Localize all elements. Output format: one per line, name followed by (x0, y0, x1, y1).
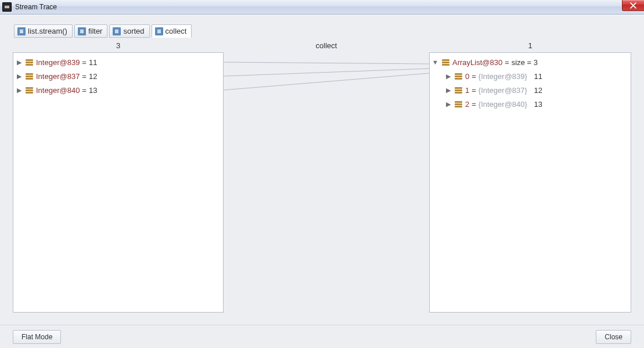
expand-icon[interactable]: ▶ (445, 73, 451, 80)
output-tree: ▼ ArrayList@830 = size = 3 ▶ 0 = (430, 53, 631, 113)
window-title: Stream Trace (15, 3, 57, 11)
object-detail: {Integer@837} (478, 86, 527, 95)
svg-rect-41 (455, 103, 462, 105)
svg-rect-18 (157, 32, 161, 33)
expand-icon[interactable]: ▶ (16, 73, 22, 80)
object-ref: Integer@839 (36, 58, 80, 67)
svg-rect-27 (26, 78, 33, 80)
tab-filter[interactable]: filter (74, 24, 108, 38)
equals: = (472, 100, 476, 109)
svg-rect-36 (455, 78, 462, 80)
stream-op-icon (17, 27, 26, 35)
input-tree: ▶ Integer@839 = 11 ▶ Integer@837 = 12 (13, 53, 223, 99)
svg-rect-29 (26, 89, 33, 91)
object-value: 12 (534, 86, 542, 95)
collapse-icon[interactable]: ▼ (432, 59, 438, 66)
tab-sorted[interactable]: sorted (109, 24, 149, 38)
svg-rect-23 (26, 62, 33, 63)
index-ref: 2 (465, 100, 469, 109)
equals: = (505, 58, 509, 67)
left-count-header: 3 (13, 41, 224, 50)
tab-label: filter (88, 27, 103, 35)
tab-list-stream[interactable]: list.stream() (14, 24, 73, 38)
svg-line-19 (224, 62, 429, 64)
object-icon (24, 58, 34, 67)
svg-rect-10 (80, 32, 84, 33)
object-ref: Integer@837 (36, 72, 80, 81)
window-close-button[interactable] (622, 0, 644, 11)
input-panel: ▶ Integer@839 = 11 ▶ Integer@837 = 12 (13, 52, 224, 313)
index-ref: 0 (465, 72, 469, 81)
svg-rect-42 (455, 106, 462, 107)
svg-rect-16 (157, 30, 161, 31)
stream-op-icon (155, 27, 163, 35)
tree-item-child[interactable]: ▶ 2 = {Integer@840} 13 (432, 97, 628, 111)
element-connectors (224, 52, 429, 313)
output-panel: ▼ ArrayList@830 = size = 3 ▶ 0 = (429, 52, 631, 313)
svg-rect-31 (442, 59, 449, 61)
tab-collect[interactable]: collect (152, 24, 192, 38)
titlebar: Stream Trace (0, 0, 644, 15)
tree-item[interactable]: ▶ Integer@839 = 11 (16, 55, 221, 69)
svg-rect-38 (455, 89, 462, 91)
expand-icon[interactable]: ▶ (445, 101, 451, 108)
right-count-header: 1 (429, 41, 631, 50)
equals: = (82, 58, 87, 67)
expand-icon[interactable]: ▶ (16, 59, 22, 66)
tab-label: sorted (123, 27, 144, 35)
tree-item-root[interactable]: ▼ ArrayList@830 = size = 3 (432, 55, 628, 69)
svg-rect-4 (20, 30, 23, 31)
svg-rect-6 (20, 32, 23, 33)
svg-rect-9 (80, 31, 84, 32)
svg-rect-33 (442, 64, 449, 66)
object-ref: Integer@840 (36, 86, 80, 95)
svg-rect-0 (4, 4, 10, 10)
tree-item-child[interactable]: ▶ 0 = {Integer@839} 11 (432, 69, 628, 83)
svg-rect-30 (26, 92, 33, 94)
close-icon (630, 2, 636, 9)
expand-icon[interactable]: ▶ (445, 87, 451, 94)
svg-rect-25 (26, 73, 33, 75)
svg-rect-14 (115, 32, 118, 33)
panels-area: ▶ Integer@839 = 11 ▶ Integer@837 = 12 (13, 52, 631, 313)
svg-rect-8 (80, 30, 84, 31)
tab-strip: list.stream() filter sorted collect (0, 15, 644, 38)
svg-rect-1 (5, 6, 9, 7)
svg-rect-22 (26, 59, 33, 61)
svg-rect-35 (455, 76, 462, 77)
svg-rect-34 (455, 73, 462, 75)
object-value: 12 (89, 72, 97, 81)
svg-line-21 (224, 73, 429, 90)
object-icon (24, 71, 34, 81)
svg-rect-32 (442, 62, 449, 63)
tree-item-child[interactable]: ▶ 1 = {Integer@837} 12 (432, 83, 628, 97)
object-icon (454, 71, 463, 81)
equals: = (472, 72, 476, 81)
tree-item[interactable]: ▶ Integer@840 = 13 (16, 83, 221, 97)
app-icon (2, 2, 12, 12)
flat-mode-button[interactable]: Flat Mode (13, 330, 61, 344)
client-area: list.stream() filter sorted collect 3 co… (0, 15, 644, 348)
equals: = (82, 86, 87, 95)
expand-icon[interactable]: ▶ (16, 87, 22, 94)
object-icon (24, 85, 34, 95)
stage-name-header: collect (224, 41, 429, 50)
equals: = (472, 86, 476, 95)
svg-rect-2 (5, 8, 9, 9)
svg-rect-39 (455, 92, 462, 94)
object-value: 11 (534, 72, 542, 81)
svg-rect-17 (157, 31, 161, 32)
tab-label: list.stream() (28, 27, 67, 35)
tree-item[interactable]: ▶ Integer@837 = 12 (16, 69, 221, 83)
object-value: 13 (534, 100, 542, 109)
svg-rect-5 (20, 31, 23, 32)
close-button[interactable]: Close (596, 330, 631, 344)
object-detail: {Integer@839} (478, 72, 527, 81)
object-size: size = 3 (512, 58, 538, 67)
svg-rect-28 (26, 87, 33, 89)
svg-rect-26 (26, 76, 33, 77)
index-ref: 1 (465, 86, 469, 95)
svg-line-20 (224, 69, 429, 76)
svg-rect-12 (115, 30, 118, 31)
object-icon (454, 85, 463, 95)
